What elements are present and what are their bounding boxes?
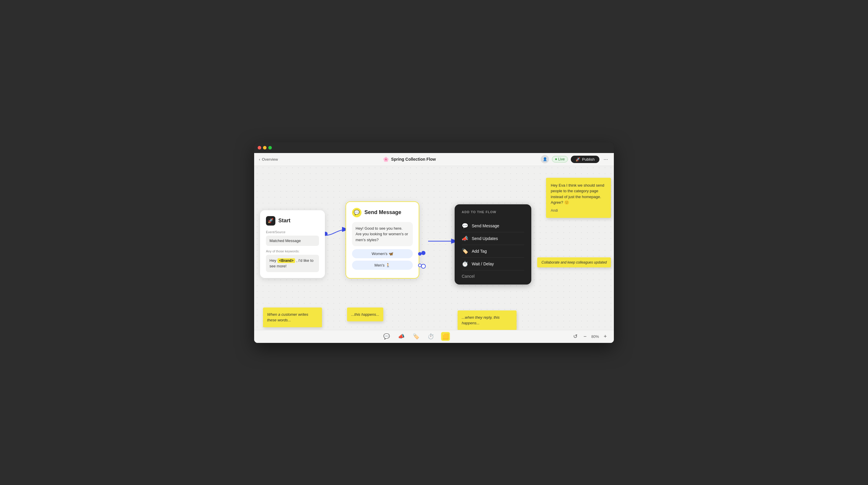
add-tag-option-label: Add Tag: [472, 249, 487, 253]
message-bubble: Hey! Good to see you here. Are you looki…: [352, 222, 413, 246]
mens-dot: [418, 264, 422, 267]
reset-view-button[interactable]: ↺: [572, 332, 579, 341]
add-flow-send-updates[interactable]: 📣 Send Updates: [462, 232, 524, 245]
add-flow-send-message[interactable]: 💬 Send Message: [462, 220, 524, 232]
keywords-label: Any of those keywords:: [266, 249, 319, 253]
zoom-out-button[interactable]: −: [582, 332, 588, 341]
back-chevron-icon: ‹: [259, 157, 260, 161]
zoom-in-button[interactable]: +: [602, 332, 608, 341]
send-message-node: 💬 Send Message Hey! Good to see you here…: [346, 201, 419, 279]
zoom-out-icon: −: [584, 333, 587, 339]
sticky-note-1[interactable]: When a customer writes these words...: [263, 307, 322, 327]
add-flow-wait-delay[interactable]: ⏱️ Wait / Delay: [462, 258, 524, 270]
live-badge: Live: [552, 156, 568, 162]
zoom-level: 80%: [591, 334, 599, 339]
toolbar-timer-icon: ⏱️: [428, 333, 434, 339]
wait-delay-icon: ⏱️: [462, 261, 468, 267]
choice-womens[interactable]: Women's 🦋: [352, 249, 413, 258]
keyword-prefix: Hey: [270, 258, 277, 263]
send-message-option-label: Send Message: [472, 223, 499, 228]
toolbar-right: ↺ − 80% +: [572, 332, 608, 341]
collaborate-text: Collaborate and keep colleagues updated: [541, 260, 607, 265]
publish-label[interactable]: Publish: [582, 157, 595, 161]
sticky-note-3[interactable]: ...when they reply, this happens...: [458, 310, 517, 330]
brand-tag: <Brand>: [277, 258, 296, 263]
toolbar-broadcast-button[interactable]: 📣: [397, 332, 406, 341]
add-to-flow-node: ADD TO THE FLOW 💬 Send Message 📣 Send Up…: [455, 204, 531, 284]
publish-button[interactable]: 🚀 Publish: [571, 156, 599, 163]
send-message-icon: 💬: [462, 222, 468, 229]
top-bar-right: 👤 Live 🚀 Publish ···: [541, 155, 609, 163]
sticky-note-2-text: ...this happens...: [351, 312, 379, 317]
start-node: 🚀 Start Event/Source Matched Message Any…: [260, 210, 325, 278]
back-nav[interactable]: ‹ Overview: [259, 157, 278, 161]
chat-circle-icon: 💬: [352, 208, 362, 217]
womens-dot: [418, 252, 422, 255]
choice-mens[interactable]: Men's 🚶: [352, 261, 413, 270]
add-flow-add-tag[interactable]: 🏷️ Add Tag: [462, 245, 524, 258]
flow-canvas: 🚀 Start Event/Source Matched Message Any…: [254, 166, 614, 330]
wait-delay-option-label: Wait / Delay: [472, 262, 494, 266]
more-options-button[interactable]: ···: [602, 156, 609, 162]
toolbar-sticky-button[interactable]: 🟨: [441, 332, 450, 341]
rocket-icon: 🚀: [266, 216, 275, 225]
avatar: 👤: [541, 155, 549, 163]
andi-comment-text: Hey Eva I think we should send people to…: [551, 183, 604, 205]
traffic-lights: [258, 146, 272, 150]
flow-title-text: Spring Collection Flow: [391, 157, 436, 161]
keyword-box: Hey <Brand> , I'd like to see more!: [266, 255, 319, 272]
send-updates-icon: 📣: [462, 235, 468, 242]
app-window: ‹ Overview 🌸 Spring Collection Flow 👤 Li…: [254, 143, 614, 343]
add-flow-title: ADD TO THE FLOW: [462, 210, 524, 214]
zoom-in-icon: +: [603, 333, 607, 339]
sticky-note-2[interactable]: ...this happens...: [347, 307, 383, 322]
andi-author: Andi: [551, 208, 606, 213]
cancel-button[interactable]: Cancel: [462, 270, 524, 279]
live-label: Live: [558, 157, 565, 161]
sticky-note-1-text: When a customer writes these words...: [267, 312, 308, 323]
more-dots-icon: ···: [603, 156, 608, 162]
toolbar-broadcast-icon: 📣: [398, 333, 404, 339]
sticky-note-collaborate[interactable]: Collaborate and keep colleagues updated: [537, 257, 611, 267]
event-source-label: Event/Source: [266, 230, 319, 234]
toolbar-chat-icon: 💬: [383, 333, 390, 339]
add-tag-icon: 🏷️: [462, 248, 468, 254]
overview-link[interactable]: Overview: [262, 157, 278, 161]
sticky-note-andi[interactable]: Hey Eva I think we should send people to…: [546, 178, 611, 218]
send-message-title: Send Message: [365, 209, 401, 215]
publish-rocket-icon: 🚀: [576, 157, 580, 161]
titlebar: [254, 143, 614, 153]
flow-title-area: 🌸 Spring Collection Flow: [383, 157, 436, 162]
send-message-header: 💬 Send Message: [352, 208, 413, 217]
flow-emoji: 🌸: [383, 157, 389, 162]
sticky-note-3-text: ...when they reply, this happens...: [462, 315, 499, 326]
bottom-toolbar: 💬 📣 🏷️ ⏱️ 🟨 ↺: [254, 330, 614, 343]
live-dot-icon: [555, 158, 557, 160]
svg-point-3: [421, 264, 426, 268]
toolbar-tag-icon: 🏷️: [413, 333, 419, 339]
start-node-header: 🚀 Start: [266, 216, 319, 225]
toolbar-tag-button[interactable]: 🏷️: [412, 332, 421, 341]
minimize-button[interactable]: [263, 146, 267, 150]
main-area: ‹ Overview 🌸 Spring Collection Flow 👤 Li…: [254, 153, 614, 343]
start-node-title: Start: [278, 218, 290, 224]
event-value[interactable]: Matched Message: [266, 236, 319, 246]
reset-icon: ↺: [573, 333, 578, 339]
toolbar-chat-button[interactable]: 💬: [382, 332, 391, 341]
send-updates-option-label: Send Updates: [472, 236, 498, 241]
top-bar: ‹ Overview 🌸 Spring Collection Flow 👤 Li…: [254, 153, 614, 166]
maximize-button[interactable]: [268, 146, 272, 150]
svg-point-2: [421, 251, 426, 255]
toolbar-center: 💬 📣 🏷️ ⏱️ 🟨: [382, 332, 450, 341]
toolbar-sticky-icon: 🟨: [442, 333, 449, 339]
toolbar-timer-button[interactable]: ⏱️: [426, 332, 435, 341]
close-button[interactable]: [258, 146, 261, 150]
